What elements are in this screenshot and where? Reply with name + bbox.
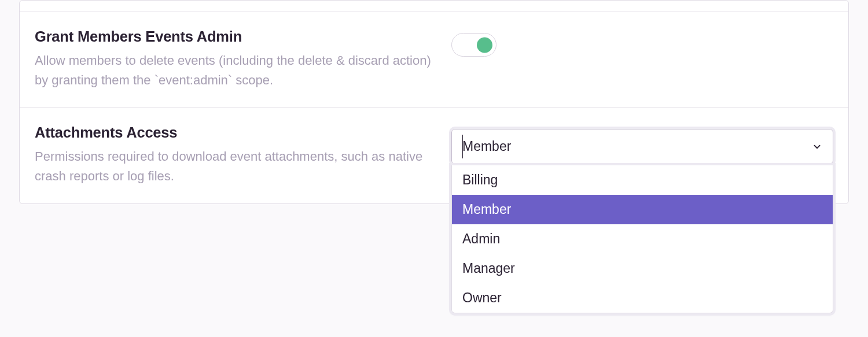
attachments-access-dropdown: BillingMemberAdminManagerOwner <box>451 165 833 313</box>
dropdown-option-owner[interactable]: Owner <box>452 283 833 313</box>
settings-panel: Grant Members Events Admin Allow members… <box>19 0 849 204</box>
setting-description: Permissions required to download event a… <box>35 147 440 186</box>
dropdown-option-member[interactable]: Member <box>452 195 833 224</box>
dropdown-option-admin[interactable]: Admin <box>452 224 833 254</box>
panel-top-edge <box>20 1 848 12</box>
setting-control-col <box>451 28 833 57</box>
setting-title: Attachments Access <box>35 124 440 141</box>
setting-label-col: Attachments Access Permissions required … <box>35 124 451 186</box>
chevron-down-icon <box>812 142 822 152</box>
dropdown-option-manager[interactable]: Manager <box>452 254 833 283</box>
attachments-access-select[interactable]: Member <box>451 129 833 164</box>
setting-label-col: Grant Members Events Admin Allow members… <box>35 28 451 90</box>
dropdown-option-billing[interactable]: Billing <box>452 165 833 195</box>
setting-description: Allow members to delete events (includin… <box>35 51 440 90</box>
select-value: Member <box>462 139 511 154</box>
setting-row-grant-members-events-admin: Grant Members Events Admin Allow members… <box>20 12 848 108</box>
setting-row-attachments-access: Attachments Access Permissions required … <box>20 108 848 203</box>
setting-title: Grant Members Events Admin <box>35 28 440 45</box>
setting-control-col: Member BillingMemberAdminManagerOwner <box>451 124 833 164</box>
grant-members-events-admin-toggle[interactable] <box>451 33 496 57</box>
attachments-access-select-wrapper: Member BillingMemberAdminManagerOwner <box>451 129 833 164</box>
toggle-knob <box>477 37 492 53</box>
